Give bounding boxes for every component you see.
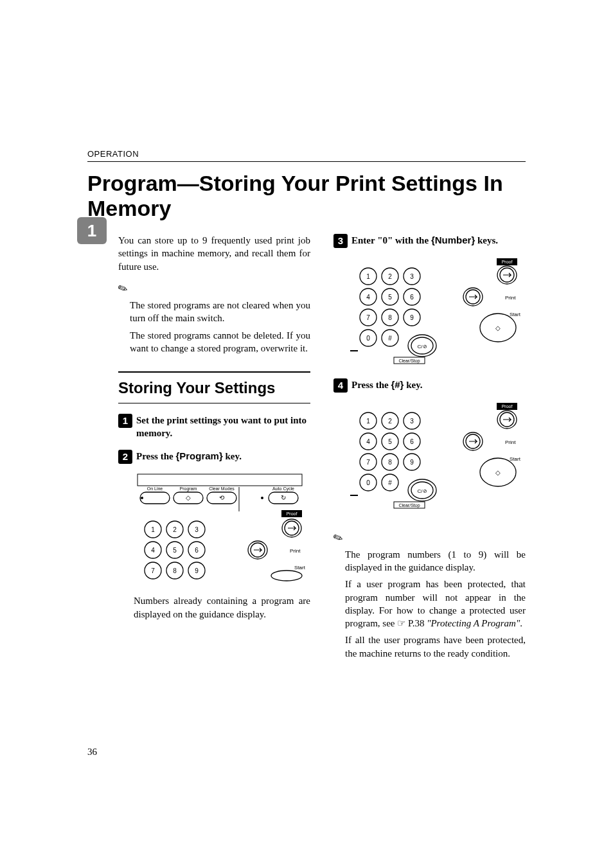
step-3-text: Enter "0" with the {Number} keys. xyxy=(351,234,498,247)
step-4-badge: 4 xyxy=(333,378,348,393)
svg-text:6: 6 xyxy=(410,438,414,445)
svg-text:On Line: On Line xyxy=(147,486,163,491)
chapter-tab: 1 xyxy=(77,217,107,244)
svg-point-40 xyxy=(271,571,302,581)
svg-point-9 xyxy=(141,497,143,499)
svg-text:4: 4 xyxy=(151,547,155,554)
page-number: 36 xyxy=(87,747,97,757)
svg-text:9: 9 xyxy=(410,314,414,321)
svg-text:1: 1 xyxy=(366,418,370,425)
svg-text:◇: ◇ xyxy=(495,469,501,476)
left-column: You can store up to 9 frequently used pr… xyxy=(118,234,310,664)
svg-text:2: 2 xyxy=(388,273,392,280)
svg-text:8: 8 xyxy=(173,567,177,574)
step2-caption: Numbers already containing a program are… xyxy=(134,594,310,621)
svg-text:5: 5 xyxy=(388,294,392,301)
step-3-badge: 3 xyxy=(333,234,348,248)
svg-text:4: 4 xyxy=(366,294,370,301)
svg-text:Clear/Stop: Clear/Stop xyxy=(398,503,420,508)
svg-text:Program: Program xyxy=(180,486,197,492)
note2-item-1: The program numbers (1 to 9) will be dis… xyxy=(345,548,526,574)
step-4-text: Press the {#} key. xyxy=(351,378,423,391)
intro-text: You can store up to 9 frequently used pr… xyxy=(118,234,310,273)
svg-text:3: 3 xyxy=(410,273,414,280)
header-rule xyxy=(87,161,526,162)
svg-rect-1 xyxy=(140,492,170,504)
svg-text:9: 9 xyxy=(195,567,199,574)
svg-text:Proof: Proof xyxy=(502,260,513,264)
step-2-badge: 2 xyxy=(118,450,132,464)
program-key-label: Program xyxy=(179,450,219,461)
note1-item-1: The stored programs are not cleared when… xyxy=(130,299,310,325)
step-1-badge: 1 xyxy=(118,414,132,428)
hash-key-label: # xyxy=(395,379,400,390)
svg-text:2: 2 xyxy=(173,526,177,533)
svg-text:3: 3 xyxy=(195,526,199,533)
svg-text:1: 1 xyxy=(366,273,370,280)
figure-step4: Proof 1 2 3 4 5 6 7 8 9 0 # xyxy=(349,402,526,513)
pencil-icon: ✎ xyxy=(116,279,131,297)
right-column: 3 Enter "0" with the {Number} keys. Proo… xyxy=(333,234,526,664)
svg-text:4: 4 xyxy=(366,438,370,445)
svg-text:5: 5 xyxy=(173,547,177,554)
svg-text:3: 3 xyxy=(410,418,414,425)
svg-text:8: 8 xyxy=(388,314,392,321)
svg-text:5: 5 xyxy=(388,438,392,445)
svg-text:Print: Print xyxy=(290,548,301,554)
svg-text:9: 9 xyxy=(410,459,414,466)
svg-text:2: 2 xyxy=(388,418,392,425)
figure-step2: On Line Program Clear Modes Auto Cycle ◇… xyxy=(134,473,310,585)
svg-text:Start: Start xyxy=(510,312,521,317)
svg-text:#: # xyxy=(388,479,392,486)
cross-ref: "Protecting A Program" xyxy=(427,618,520,628)
svg-text:0: 0 xyxy=(366,335,370,342)
note1-item-2: The stored programs cannot be deleted. I… xyxy=(130,329,310,355)
svg-text:0: 0 xyxy=(366,479,370,486)
svg-rect-0 xyxy=(138,474,302,486)
step-4: 4 Press the {#} key. xyxy=(333,378,526,393)
running-header: OPERATION xyxy=(87,149,526,159)
svg-text:Start: Start xyxy=(294,565,306,571)
svg-text:Clear Modes: Clear Modes xyxy=(209,486,235,491)
svg-text:1: 1 xyxy=(151,526,155,533)
svg-text:C/⊘: C/⊘ xyxy=(418,488,427,494)
figure-step3: Proof 1 2 3 4 5 6 7 8 9 0 # xyxy=(349,257,526,368)
step-2: 2 Press the {Program} key. xyxy=(118,450,310,464)
svg-text:Start: Start xyxy=(510,456,521,462)
pencil-icon-2: ✎ xyxy=(331,529,346,547)
svg-text:6: 6 xyxy=(195,547,199,554)
svg-text:C/⊘: C/⊘ xyxy=(418,344,427,350)
svg-text:Clear/Stop: Clear/Stop xyxy=(398,359,420,364)
svg-text:Proof: Proof xyxy=(502,404,513,409)
svg-text:◇: ◇ xyxy=(186,494,191,501)
svg-text:Print: Print xyxy=(505,295,516,301)
note2-item-3: If all the user programs have been prote… xyxy=(345,633,526,660)
svg-point-13 xyxy=(261,497,263,499)
step-1: 1 Set the print settings you want to put… xyxy=(118,414,310,440)
svg-text:7: 7 xyxy=(151,567,155,574)
svg-text:7: 7 xyxy=(366,314,370,321)
page-title: Program—Storing Your Print Settings In M… xyxy=(87,171,526,221)
step-3: 3 Enter "0" with the {Number} keys. xyxy=(333,234,526,248)
svg-text:↻: ↻ xyxy=(281,494,286,501)
note2-item-2: If a user program has been protected, th… xyxy=(345,578,526,630)
svg-text:Print: Print xyxy=(505,439,516,445)
svg-text:8: 8 xyxy=(388,459,392,466)
svg-text:6: 6 xyxy=(410,294,414,301)
svg-text:Auto Cycle: Auto Cycle xyxy=(272,486,294,492)
number-key-label: Number xyxy=(435,235,472,245)
step-2-text: Press the {Program} key. xyxy=(136,450,242,463)
svg-text:◇: ◇ xyxy=(495,324,501,332)
section-subhead: Storing Your Settings xyxy=(118,371,310,403)
svg-text:#: # xyxy=(388,335,392,342)
svg-text:7: 7 xyxy=(366,459,370,466)
step-1-text: Set the print settings you want to put i… xyxy=(136,414,310,440)
svg-text:Proof: Proof xyxy=(287,511,298,516)
svg-text:⟲: ⟲ xyxy=(219,494,225,501)
